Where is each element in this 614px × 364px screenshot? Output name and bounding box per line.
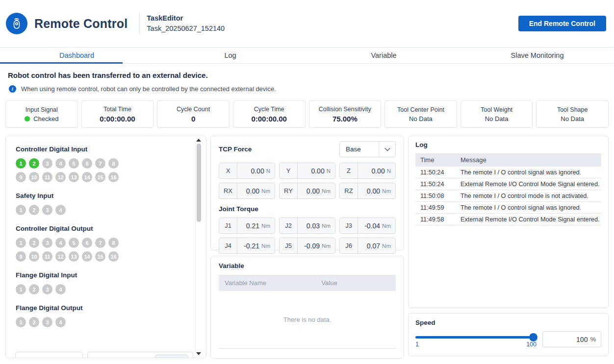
stat-card: Tool Weight No Data bbox=[460, 100, 533, 128]
io-section-title: Controller Digital Output bbox=[16, 225, 189, 232]
io-indicator-1: 1 bbox=[16, 238, 26, 248]
stat-card: Collision Sensitivity 75.00% bbox=[309, 100, 382, 128]
log-row: 11:50:24 The remote I / O control signal… bbox=[415, 167, 601, 178]
stats-row: Input Signal Checked Total Time 0:00:00.… bbox=[5, 100, 609, 128]
io-indicator-3: 3 bbox=[42, 284, 52, 294]
speed-title: Speed bbox=[415, 319, 601, 326]
scrollbar-thumb[interactable] bbox=[197, 144, 201, 222]
joint-torque-value: -0.21Nm bbox=[237, 238, 275, 253]
io-indicator-12: 12 bbox=[55, 251, 66, 262]
notice-area: Robot control has been transferred to an… bbox=[0, 64, 614, 93]
tcp-force-value: 0.00N bbox=[298, 163, 335, 178]
log-time: 11:50:24 bbox=[415, 181, 460, 188]
joint-torque-label: J1 bbox=[219, 218, 237, 233]
tcp-force-label: RZ bbox=[340, 183, 358, 198]
tcp-force-field-ry: RY0.00Nm bbox=[279, 183, 335, 199]
stat-value: 0:00:00.00 bbox=[100, 115, 135, 123]
io-indicator-1: 1 bbox=[16, 158, 26, 169]
io-indicator-2: 2 bbox=[29, 205, 39, 215]
tcp-force-panel: TCP Force Base X0.00NY0.00NZ0.00NRX0.00N… bbox=[210, 136, 404, 250]
stat-value: 0:00:00.00 bbox=[251, 115, 287, 123]
speed-value-input[interactable]: 100 % bbox=[542, 331, 601, 347]
end-remote-control-button[interactable]: End Remote Control bbox=[518, 16, 606, 31]
io-section: Safety Input 1234 bbox=[16, 192, 189, 215]
stat-label: Cycle Time bbox=[254, 106, 284, 113]
io-indicator-8: 8 bbox=[108, 238, 119, 248]
joint-torque-value: 0.03Nm bbox=[298, 218, 335, 233]
stat-value: 75.00% bbox=[333, 115, 358, 123]
log-panel: Log Time Message 11:50:24 The remote I /… bbox=[408, 136, 609, 308]
chevron-down-icon bbox=[379, 142, 395, 157]
tcp-force-label: RY bbox=[280, 183, 298, 198]
io-panel-scrollbar[interactable] bbox=[195, 138, 202, 356]
scroll-down-icon[interactable] bbox=[196, 352, 201, 355]
scrollbar-track[interactable] bbox=[195, 142, 202, 352]
io-indicator-7: 7 bbox=[95, 158, 105, 169]
stat-label: Tool Center Point bbox=[397, 106, 444, 113]
app-title: Remote Control bbox=[34, 17, 128, 31]
tab-log[interactable]: Log bbox=[154, 48, 307, 63]
variable-empty-message: There is no data. bbox=[219, 291, 396, 348]
log-message: External Remote I/O Control Mode Signal … bbox=[460, 216, 601, 223]
joint-torque-title: Joint Torque bbox=[219, 205, 396, 213]
log-time: 11:50:08 bbox=[415, 193, 460, 199]
io-indicator-8: 8 bbox=[108, 158, 119, 169]
tab-variable[interactable]: Variable bbox=[307, 48, 460, 63]
joint-torque-value: -0.04Nm bbox=[358, 218, 395, 233]
tcp-force-value: 0.00N bbox=[237, 163, 275, 178]
io-section-title: Safety Input bbox=[16, 192, 189, 199]
log-time: 11:49:59 bbox=[415, 204, 460, 211]
stat-label: Tool Shape bbox=[557, 106, 588, 113]
speed-slider[interactable]: 1 100 bbox=[415, 331, 537, 348]
stat-card: Tool Shape No Data bbox=[536, 100, 609, 128]
io-indicator-13: 13 bbox=[69, 172, 79, 182]
tab-slave-monitoring[interactable]: Slave Monitoring bbox=[460, 48, 614, 63]
speed-slider-track[interactable] bbox=[415, 336, 537, 339]
dashboard-main: Controller Digital Input 123456789101112… bbox=[5, 136, 609, 359]
joint-torque-label: J5 bbox=[280, 238, 298, 253]
io-indicator-10: 10 bbox=[29, 172, 39, 182]
stat-label: Cycle Count bbox=[177, 106, 210, 113]
log-time: 11:50:24 bbox=[415, 169, 460, 176]
io-indicator-2: 2 bbox=[29, 238, 39, 248]
io-indicator-3: 3 bbox=[42, 158, 52, 169]
task-name: Task_20250627_152140 bbox=[147, 24, 225, 34]
notice-info-text: When using remote control, robot can onl… bbox=[21, 85, 276, 93]
joint-torque-value: 0.07Nm bbox=[358, 238, 395, 253]
joint-torque-field-j4: J4-0.21Nm bbox=[219, 238, 275, 254]
tcp-force-label: Z bbox=[340, 163, 358, 178]
stat-card: Tool Center Point No Data bbox=[384, 100, 457, 128]
joint-torque-label: J3 bbox=[340, 218, 358, 233]
remote-control-icon bbox=[10, 17, 24, 30]
speed-unit: % bbox=[590, 336, 596, 343]
io-section: Flange Digital Output 1234 bbox=[16, 304, 189, 327]
stat-card: Total Time 0:00:00.00 bbox=[81, 100, 154, 128]
joint-torque-field-j2: J20.03Nm bbox=[279, 218, 335, 234]
io-input-field[interactable] bbox=[87, 352, 193, 358]
log-time-column: Time bbox=[415, 156, 460, 164]
io-indicator-7: 7 bbox=[95, 238, 105, 248]
variable-table-header: Variable Name Value bbox=[219, 275, 396, 291]
io-input-field[interactable] bbox=[15, 352, 83, 358]
io-indicator-2: 2 bbox=[29, 158, 39, 169]
stat-value: Checked bbox=[25, 115, 58, 122]
speed-slider-thumb[interactable] bbox=[529, 333, 537, 341]
stat-label: Collision Sensitivity bbox=[319, 106, 371, 113]
tcp-force-value: 0.00Nm bbox=[298, 183, 335, 198]
io-indicator-6: 6 bbox=[82, 238, 92, 248]
io-indicator-4: 4 bbox=[55, 284, 66, 294]
stat-card: Input Signal Checked bbox=[5, 100, 78, 128]
log-message: External Remote I/O Control Mode Signal … bbox=[460, 181, 601, 188]
notice-title: Robot control has been transferred to an… bbox=[8, 71, 606, 79]
status-dot-green bbox=[25, 116, 30, 121]
io-section-title: Flange Digital Output bbox=[16, 304, 189, 312]
tcp-force-field-z: Z0.00N bbox=[339, 163, 396, 179]
io-indicator-14: 14 bbox=[82, 172, 92, 182]
stat-label: Total Time bbox=[103, 106, 131, 113]
io-status-panel: Controller Digital Input 123456789101112… bbox=[5, 136, 206, 358]
tab-dashboard[interactable]: Dashboard bbox=[0, 48, 154, 63]
io-indicator-9: 9 bbox=[16, 172, 26, 182]
tab-bar: DashboardLogVariableSlave Monitoring bbox=[0, 47, 614, 64]
coordinate-frame-select[interactable]: Base bbox=[339, 141, 396, 157]
io-indicator-3: 3 bbox=[42, 205, 52, 215]
